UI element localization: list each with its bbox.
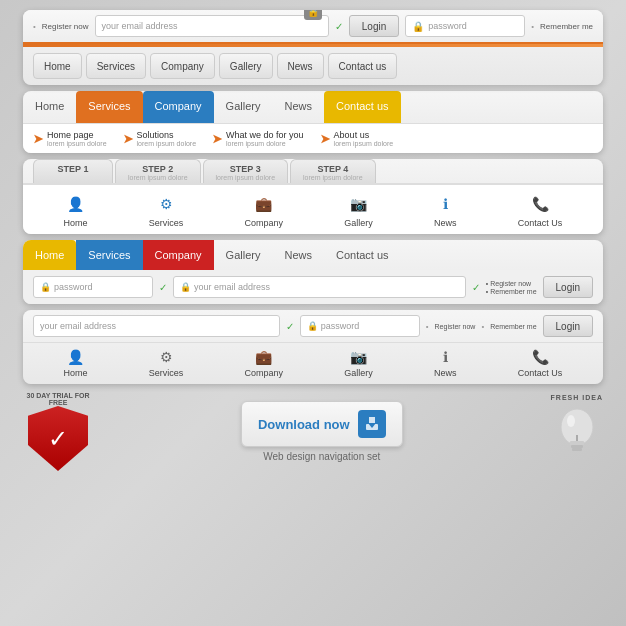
nav2-link-about[interactable]: ➤ About us lorem ipsum dolore xyxy=(320,130,394,147)
svg-point-7 xyxy=(567,415,575,427)
nav2-services[interactable]: Services xyxy=(76,91,142,123)
nav5-remember: Remember me xyxy=(490,323,536,330)
contact-icon: 📞 xyxy=(529,193,551,215)
nav3-icons: 👤 Home ⚙ Services 💼 Company 📷 Gallery ℹ … xyxy=(23,183,603,234)
register-label: Register now xyxy=(42,22,89,31)
nav4-email[interactable]: 🔒 your email address xyxy=(173,276,466,298)
services-icon: ⚙ xyxy=(155,193,177,215)
nav2-link-what[interactable]: ➤ What we do for you lorem ipsum dolore xyxy=(212,130,304,147)
register-label: • Register now xyxy=(486,280,537,287)
link-sub: lorem ipsum dolore xyxy=(334,140,394,147)
link-sub: lorem ipsum dolore xyxy=(226,140,304,147)
nav-bar-4: Home Services Company Gallery News Conta… xyxy=(23,240,603,304)
bullet1: • xyxy=(33,22,36,31)
login-button[interactable]: Login xyxy=(349,15,399,37)
nav1-gallery[interactable]: Gallery xyxy=(219,53,273,79)
gallery-icon: 📷 xyxy=(350,349,367,365)
nav4-home[interactable]: Home xyxy=(23,240,76,270)
nav5-password[interactable]: 🔒 password xyxy=(300,315,420,337)
link-label: About us xyxy=(334,130,394,140)
home-icon: 👤 xyxy=(65,193,87,215)
bulb-area: FRESH IDEA xyxy=(551,394,603,469)
nav3-contact[interactable]: 📞 Contact Us xyxy=(518,193,563,228)
arrow-icon: ➤ xyxy=(123,132,133,146)
bottom-row: 30 DAY TRIAL FOR FREE ✓ Download now Web… xyxy=(23,390,603,473)
nav4-tabs: Home Services Company Gallery News Conta… xyxy=(23,240,603,270)
nav2-tabs: Home Services Company Gallery News Conta… xyxy=(23,91,603,123)
svg-rect-5 xyxy=(571,445,583,448)
nav5-gallery[interactable]: 📷 Gallery xyxy=(344,349,373,378)
arrow-icon: ➤ xyxy=(320,132,330,146)
nav1-menu: Home Services Company Gallery News Conta… xyxy=(23,47,603,85)
link-label: What we do for you xyxy=(226,130,304,140)
nav4-login-row: 🔒 password ✓ 🔒 your email address ✓ • Re… xyxy=(23,270,603,304)
nav5-icons: 👤 Home ⚙ Services 💼 Company 📷 Gallery ℹ … xyxy=(23,343,603,384)
shield-badge: 30 DAY TRIAL FOR FREE ✓ xyxy=(23,397,93,467)
gallery-icon: 📷 xyxy=(348,193,370,215)
nav1-company[interactable]: Company xyxy=(150,53,215,79)
home-icon: 👤 xyxy=(67,349,84,365)
nav1-home[interactable]: Home xyxy=(33,53,82,79)
email-input[interactable]: your email address xyxy=(95,15,329,37)
svg-rect-1 xyxy=(369,417,375,424)
link-sub: lorem ipsum dolore xyxy=(47,140,107,147)
nav5-contact[interactable]: 📞 Contact Us xyxy=(518,349,563,378)
nav2-contact[interactable]: Contact us xyxy=(324,91,401,123)
nav3-news[interactable]: ℹ News xyxy=(434,193,457,228)
fresh-idea-label: FRESH IDEA xyxy=(551,394,603,401)
download-label: Download now xyxy=(258,417,350,432)
nav-bar-5: your email address ✓ 🔒 password • Regist… xyxy=(23,310,603,384)
nav5-email[interactable]: your email address xyxy=(33,315,280,337)
footer-text: Web design navigation set xyxy=(263,451,380,462)
company-icon: 💼 xyxy=(253,193,275,215)
nav5-home[interactable]: 👤 Home xyxy=(64,349,88,378)
nav5-login-btn[interactable]: Login xyxy=(543,315,593,337)
nav3-home[interactable]: 👤 Home xyxy=(64,193,88,228)
nav3-company[interactable]: 💼 Company xyxy=(245,193,284,228)
nav5-company[interactable]: 💼 Company xyxy=(245,349,284,378)
link-label: Solutions xyxy=(137,130,197,140)
nav5-services[interactable]: ⚙ Services xyxy=(149,349,184,378)
nav-bar-3: STEP 1 STEP 2 lorem ipsum dolore STEP 3 … xyxy=(23,159,603,234)
nav4-services[interactable]: Services xyxy=(76,240,142,270)
nav4-gallery[interactable]: Gallery xyxy=(214,240,273,270)
nav3-services[interactable]: ⚙ Services xyxy=(149,193,184,228)
link-label: Home page xyxy=(47,130,107,140)
password-input[interactable]: 🔒 password xyxy=(405,15,525,37)
nav4-contact[interactable]: Contact us xyxy=(324,240,401,270)
nav1-news[interactable]: News xyxy=(277,53,324,79)
nav2-home[interactable]: Home xyxy=(23,91,76,123)
nav1-services[interactable]: Services xyxy=(86,53,146,79)
nav2-link-home[interactable]: ➤ Home page lorem ipsum dolore xyxy=(33,130,107,147)
nav4-company[interactable]: Company xyxy=(143,240,214,270)
remember-label: Remember me xyxy=(540,22,593,31)
nav2-link-solutions[interactable]: ➤ Solutions lorem ipsum dolore xyxy=(123,130,197,147)
nav4-password[interactable]: 🔒 password xyxy=(33,276,153,298)
nav2-gallery[interactable]: Gallery xyxy=(214,91,273,123)
svg-rect-6 xyxy=(572,448,582,451)
step-2[interactable]: STEP 2 lorem ipsum dolore xyxy=(115,159,201,183)
nav1-contact[interactable]: Contact us xyxy=(328,53,398,79)
company-icon: 💼 xyxy=(255,349,272,365)
nav2-news[interactable]: News xyxy=(272,91,324,123)
nav4-news[interactable]: News xyxy=(272,240,324,270)
lock-icon: 🔒 xyxy=(304,10,322,20)
download-icon xyxy=(358,410,386,438)
step-1[interactable]: STEP 1 xyxy=(33,159,113,183)
services-icon: ⚙ xyxy=(160,349,173,365)
news-icon: ℹ xyxy=(434,193,456,215)
nav5-login-row: your email address ✓ 🔒 password • Regist… xyxy=(23,310,603,343)
nav3-gallery[interactable]: 📷 Gallery xyxy=(344,193,373,228)
step-3[interactable]: STEP 3 lorem ipsum dolore xyxy=(203,159,289,183)
arrow-icon: ➤ xyxy=(33,132,43,146)
nav5-news[interactable]: ℹ News xyxy=(434,349,457,378)
steps-row: STEP 1 STEP 2 lorem ipsum dolore STEP 3 … xyxy=(23,159,603,183)
nav1-login-row: 🔒 • Register now your email address ✓ Lo… xyxy=(23,10,603,44)
link-sub: lorem ipsum dolore xyxy=(137,140,197,147)
nav-bar-1: 🔒 • Register now your email address ✓ Lo… xyxy=(23,10,603,85)
download-button[interactable]: Download now xyxy=(241,401,403,447)
nav4-login-btn[interactable]: Login xyxy=(543,276,593,298)
nav2-company[interactable]: Company xyxy=(143,91,214,123)
step-4[interactable]: STEP 4 lorem ipsum dolore xyxy=(290,159,376,183)
arrow-icon: ➤ xyxy=(212,132,222,146)
